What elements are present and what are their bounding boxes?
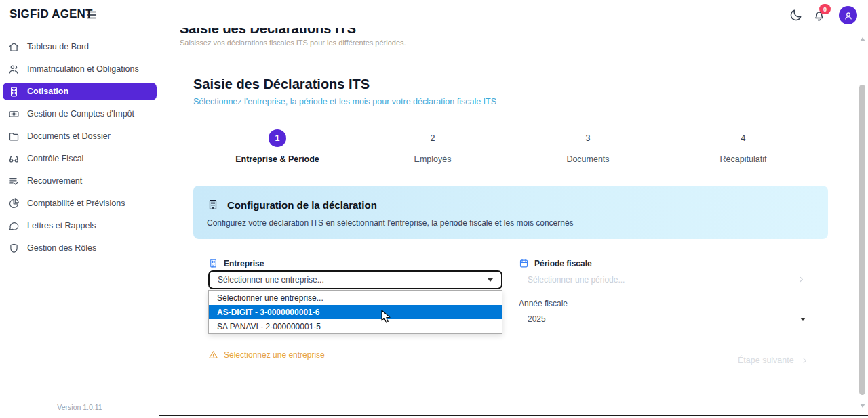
calculator-icon xyxy=(8,86,20,98)
sidebar-item-label: Cotisation xyxy=(27,87,68,96)
step-number: 2 xyxy=(424,129,441,147)
shield-icon xyxy=(8,243,20,254)
next-step-button[interactable]: Étape suivante xyxy=(738,356,808,365)
chevron-down-icon xyxy=(800,318,806,321)
entreprise-warning: Sélectionnez une entreprise xyxy=(208,350,325,360)
hamburger-icon xyxy=(85,9,98,21)
config-box-subtitle: Configurez votre déclaration ITS en séle… xyxy=(207,218,574,228)
app-logo: SIGFiD AGENT xyxy=(9,7,93,21)
periode-label: Période fiscale xyxy=(519,258,592,268)
sidebar-item-label: Documents et Dossier xyxy=(27,131,111,141)
home-icon xyxy=(8,41,20,53)
config-info-box: Configuration de la déclaration Configur… xyxy=(193,186,828,239)
pie-chart-icon xyxy=(8,198,20,209)
scrollbar-down-arrow[interactable] xyxy=(860,404,865,408)
entreprise-label-text: Entreprise xyxy=(224,259,264,268)
step-recapitulatif[interactable]: 4 Récapitulatif xyxy=(682,129,804,164)
step-label: Employés xyxy=(372,154,494,164)
vertical-scrollbar[interactable] xyxy=(859,85,865,395)
user-avatar[interactable] xyxy=(839,6,857,24)
step-label: Documents xyxy=(527,154,649,164)
scrollbar-up-arrow[interactable] xyxy=(860,37,865,41)
annee-select[interactable]: 2025 xyxy=(528,314,806,324)
glasses-icon xyxy=(8,153,20,165)
next-step-label: Étape suivante xyxy=(738,356,794,365)
step-number: 3 xyxy=(579,129,597,147)
entreprise-select-value: Sélectionner une entreprise... xyxy=(218,275,324,285)
sidebar: Tableau de Bord Immatriculation et Oblig… xyxy=(0,28,159,418)
sidebar-item-lettres-rappels[interactable]: Lettres et Rappels xyxy=(3,217,157,234)
app-window: SIGFiD AGENT 0 Tableau xyxy=(0,0,868,418)
step-entreprise-periode[interactable]: 1 Entreprise & Période xyxy=(216,129,338,164)
users-icon xyxy=(8,64,20,75)
sidebar-nav: Tableau de Bord Immatriculation et Oblig… xyxy=(0,38,159,262)
step-label: Récapitulatif xyxy=(682,154,804,164)
chevron-icon xyxy=(797,276,805,283)
entreprise-dropdown: Sélectionner une entreprise... AS-DIGIT … xyxy=(208,290,502,334)
banknote-icon xyxy=(8,108,20,120)
dark-mode-toggle[interactable] xyxy=(789,7,804,22)
dropdown-option-sa-panavi[interactable]: SA PANAVI - 2-000000001-5 xyxy=(209,319,502,333)
annee-select-value: 2025 xyxy=(528,314,546,324)
calendar-icon xyxy=(519,258,529,268)
sidebar-item-label: Contrôle Fiscal xyxy=(27,154,83,163)
app-version: Version 1.0.11 xyxy=(0,403,159,411)
sidebar-item-gestion-roles[interactable]: Gestion des Rôles xyxy=(3,239,157,257)
sidebar-item-cotisation[interactable]: Cotisation xyxy=(3,83,157,100)
step-label: Entreprise & Période xyxy=(216,154,338,164)
sidebar-item-label: Tableau de Bord xyxy=(27,42,89,51)
sidebar-item-controle-fiscal[interactable]: Contrôle Fiscal xyxy=(3,150,157,167)
config-box-title: Configuration de la déclaration xyxy=(227,199,377,211)
building-icon xyxy=(208,258,218,268)
building-icon xyxy=(207,198,219,211)
periode-select[interactable]: Sélectionner une période... xyxy=(528,275,625,285)
notifications-button[interactable]: 0 xyxy=(812,8,827,23)
wizard-subtitle: Sélectionnez l'entreprise, la période et… xyxy=(193,97,496,106)
page-header: Saisie des Déclarations ITS Saisissez vo… xyxy=(180,27,654,53)
warning-triangle-icon xyxy=(208,350,218,360)
chat-icon xyxy=(8,220,20,232)
sidebar-item-documents-dossier[interactable]: Documents et Dossier xyxy=(3,127,157,145)
sidebar-item-comptes-impot[interactable]: Gestion de Comptes d'Impôt xyxy=(3,105,157,123)
step-number: 1 xyxy=(269,129,286,147)
chevron-down-icon xyxy=(488,278,493,282)
sidebar-item-label: Gestion des Rôles xyxy=(27,243,96,253)
entreprise-select[interactable]: Sélectionner une entreprise... xyxy=(208,270,502,289)
person-icon xyxy=(843,10,854,21)
step-number: 4 xyxy=(734,129,752,147)
sidebar-item-comptabilite[interactable]: Comptabilité et Prévisions xyxy=(3,194,157,212)
sidebar-item-tableau-de-bord[interactable]: Tableau de Bord xyxy=(3,38,157,56)
list-check-icon xyxy=(8,175,20,187)
dropdown-option-placeholder[interactable]: Sélectionner une entreprise... xyxy=(209,291,502,305)
wizard-title: Saisie des Déclarations ITS xyxy=(193,77,370,92)
annee-label: Année fiscale xyxy=(519,299,568,308)
sidebar-item-label: Lettres et Rappels xyxy=(27,221,96,230)
sidebar-item-label: Comptabilité et Prévisions xyxy=(27,198,125,208)
topbar: SIGFiD AGENT 0 xyxy=(0,0,868,28)
sidebar-item-label: Recouvrement xyxy=(27,176,82,186)
notification-badge: 0 xyxy=(819,4,831,14)
folder-icon xyxy=(8,131,20,142)
sidebar-item-recouvrement[interactable]: Recouvrement xyxy=(3,172,157,190)
menu-toggle-button[interactable] xyxy=(85,9,98,21)
page-title: Saisie des Déclarations ITS xyxy=(180,27,654,37)
step-employes[interactable]: 2 Employés xyxy=(372,129,494,164)
periode-label-text: Période fiscale xyxy=(534,259,592,268)
entreprise-label: Entreprise xyxy=(208,258,264,268)
sidebar-item-label: Immatriculation et Obligations xyxy=(27,64,139,74)
moon-icon xyxy=(789,8,804,22)
step-documents[interactable]: 3 Documents xyxy=(527,129,649,164)
chevron-right-icon xyxy=(801,357,808,364)
dropdown-option-as-digit[interactable]: AS-DIGIT - 3-0000000001-6 xyxy=(209,305,502,319)
sidebar-item-label: Gestion de Comptes d'Impôt xyxy=(27,109,134,119)
warning-text: Sélectionnez une entreprise xyxy=(224,350,325,360)
page-subtitle: Saisissez vos déclarations fiscales ITS … xyxy=(180,39,654,47)
sidebar-item-immatriculation[interactable]: Immatriculation et Obligations xyxy=(3,60,157,78)
